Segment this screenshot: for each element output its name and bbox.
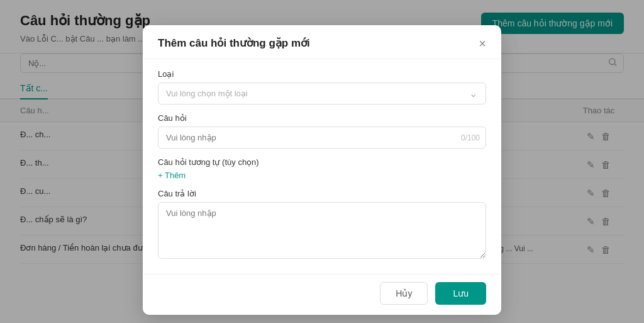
add-faq-modal: Thêm câu hỏi thường gặp mới × Loại Vui l…: [143, 25, 501, 315]
modal-close-button[interactable]: ×: [479, 37, 486, 50]
question-input[interactable]: [158, 127, 486, 149]
question-field-group: Câu hỏi 0/100: [158, 113, 486, 149]
similar-question-group: Câu hỏi tương tự (tùy chọn) + Thêm: [158, 157, 486, 180]
modal-title: Thêm câu hỏi thường gặp mới: [158, 37, 310, 50]
answer-label: Câu trả lời: [158, 189, 486, 198]
modal-overlay: Thêm câu hỏi thường gặp mới × Loại Vui l…: [0, 0, 644, 323]
cancel-button[interactable]: Hủy: [380, 282, 428, 305]
question-label: Câu hỏi: [158, 113, 486, 123]
type-select[interactable]: Vui lòng chọn một loại: [158, 82, 486, 105]
type-field-group: Loại Vui lòng chọn một loại: [158, 69, 486, 105]
similar-label: Câu hỏi tương tự (tùy chọn): [158, 157, 486, 167]
modal-footer: Hủy Lưu: [143, 274, 501, 315]
type-label: Loại: [158, 69, 486, 79]
modal-body: Loại Vui lòng chọn một loại Câu hỏi 0/10…: [143, 59, 501, 274]
char-count: 0/100: [461, 133, 480, 142]
modal-header: Thêm câu hỏi thường gặp mới ×: [143, 25, 501, 59]
type-select-wrap: Vui lòng chọn một loại: [158, 82, 486, 105]
question-input-wrap: 0/100: [158, 127, 486, 149]
save-button[interactable]: Lưu: [435, 282, 486, 305]
answer-textarea[interactable]: [158, 202, 486, 259]
add-similar-button[interactable]: + Thêm: [158, 171, 186, 180]
answer-field-group: Câu trả lời: [158, 189, 486, 261]
